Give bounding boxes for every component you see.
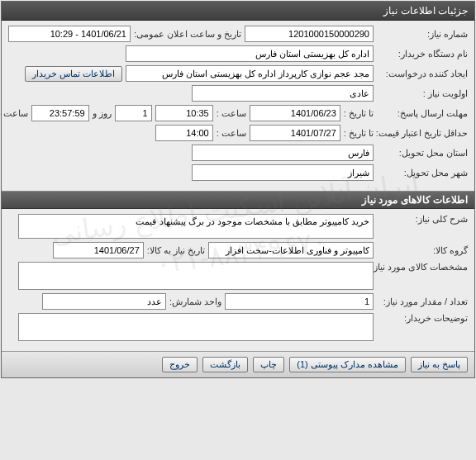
buyer-field[interactable]	[126, 45, 374, 62]
group-field[interactable]	[208, 242, 374, 258]
requester-field[interactable]	[126, 65, 374, 82]
remaining-label: ساعت باقی مانده	[0, 108, 28, 119]
attachments-button[interactable]: مشاهده مدارک پیوستی (1)	[289, 357, 406, 372]
footer-toolbar: پاسخ به نیاز مشاهده مدارک پیوستی (1) چاپ…	[2, 351, 474, 377]
price-validity-time-field[interactable]	[155, 125, 213, 141]
days-count-field[interactable]	[115, 105, 152, 121]
section-goods-header: اطلاعات کالاهای مورد نیاز	[2, 191, 474, 209]
buyer-notes-label: توضیحات خریدار:	[377, 313, 468, 324]
section-need-info: شماره نیاز: تاریخ و ساعت اعلان عمومی: نا…	[2, 21, 474, 191]
deadline-time-field[interactable]	[155, 105, 213, 121]
print-button[interactable]: چاپ	[253, 357, 284, 372]
priority-label: اولویت نیاز :	[377, 88, 468, 99]
to-date-label-2: تا تاریخ :	[344, 128, 374, 139]
unit-label: واحد شمارش:	[169, 296, 221, 307]
desc-field[interactable]	[18, 214, 374, 239]
days-and-label: روز و	[93, 108, 112, 119]
group-label: گروه کالا:	[377, 245, 468, 256]
qty-label: تعداد / مقدار مورد نیاز:	[377, 296, 468, 307]
window-title: جزئیات اطلاعات نیاز	[383, 5, 468, 17]
need-date-label: تاریخ نیاز به کالا:	[147, 245, 205, 256]
to-date-label: تا تاریخ :	[344, 108, 374, 119]
section-goods: شرح کلی نیاز: گروه کالا: تاریخ نیاز به ک…	[2, 209, 474, 351]
spec-label: مشخصات کالای مورد نیاز:	[377, 262, 468, 273]
price-validity-date-field[interactable]	[250, 125, 340, 141]
need-no-field[interactable]	[245, 26, 374, 42]
province-label: استان محل تحویل:	[377, 148, 468, 159]
window-titlebar: جزئیات اطلاعات نیاز	[2, 2, 474, 21]
announce-field[interactable]	[8, 26, 131, 42]
buyer-contact-button[interactable]: اطلاعات تماس خریدار	[25, 66, 122, 82]
deadline-date-field[interactable]	[250, 105, 340, 121]
deadline-label: مهلت ارسال پاسخ:	[377, 108, 468, 119]
province-field[interactable]	[192, 145, 374, 161]
price-validity-label: حداقل تاریخ اعتبار قیمت:	[377, 128, 468, 139]
exit-button[interactable]: خروج	[162, 357, 198, 372]
buyer-notes-field[interactable]	[18, 313, 374, 341]
spec-field[interactable]	[18, 262, 374, 290]
section-goods-title: اطلاعات کالاهای مورد نیاز	[362, 194, 468, 206]
need-no-label: شماره نیاز:	[377, 29, 468, 40]
remaining-time-field[interactable]	[31, 105, 89, 121]
buyer-label: نام دستگاه خریدار:	[377, 49, 468, 59]
desc-label: شرح کلی نیاز:	[377, 214, 468, 225]
city-label: شهر محل تحویل:	[377, 168, 468, 178]
respond-button[interactable]: پاسخ به نیاز	[411, 357, 468, 372]
announce-label: تاریخ و ساعت اعلان عمومی:	[134, 29, 241, 40]
back-button[interactable]: بازگشت	[202, 357, 248, 372]
city-field[interactable]	[192, 164, 374, 181]
qty-field[interactable]	[225, 293, 374, 310]
need-date-field[interactable]	[53, 242, 144, 258]
priority-field[interactable]	[192, 85, 374, 102]
unit-field[interactable]	[42, 293, 166, 310]
requester-label: ایجاد کننده درخواست:	[377, 69, 468, 79]
deadline-time-label: ساعت :	[217, 108, 246, 119]
main-window: جزئیات اطلاعات نیاز شماره نیاز: تاریخ و …	[1, 1, 475, 378]
price-validity-time-label: ساعت :	[217, 128, 246, 139]
